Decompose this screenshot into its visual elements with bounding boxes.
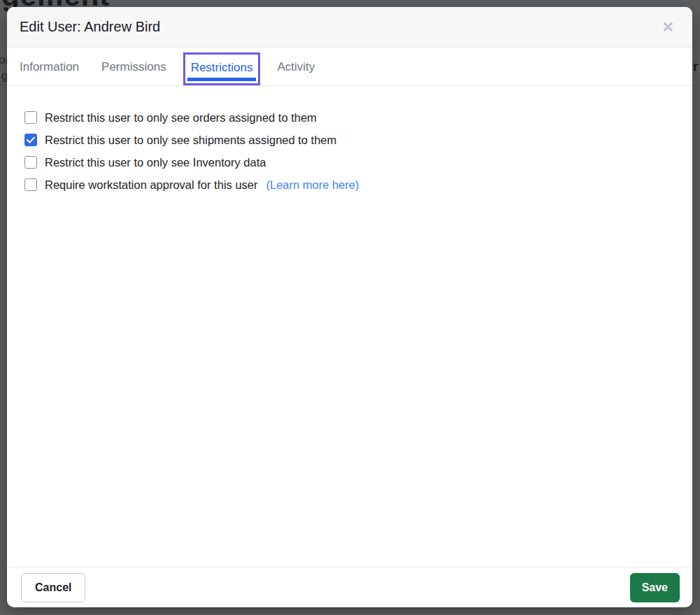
tab-restrictions[interactable]: Restrictions (183, 52, 261, 85)
close-icon[interactable]: ✕ (660, 18, 676, 36)
modal-header: Edit User: Andrew Bird ✕ (7, 7, 692, 48)
background-text-fragment: r (693, 59, 698, 74)
tab-bar: Information Permissions Restrictions Act… (7, 48, 692, 86)
restriction-label: Require workstation approval for this us… (45, 178, 257, 192)
tab-activity[interactable]: Activity (277, 57, 315, 77)
cancel-button[interactable]: Cancel (21, 573, 85, 602)
inventory-restriction-checkbox[interactable] (24, 156, 37, 169)
restrictions-panel: Restrict this user to only see orders as… (7, 86, 692, 567)
restriction-row[interactable]: Require workstation approval for this us… (24, 174, 692, 196)
tab-permissions[interactable]: Permissions (101, 57, 166, 77)
shipments-restriction-checkbox[interactable] (24, 134, 37, 146)
checkmark-icon (27, 136, 35, 143)
orders-restriction-checkbox[interactable] (24, 111, 37, 124)
restriction-row[interactable]: Restrict this user to only see shipments… (24, 129, 692, 151)
tab-information[interactable]: Information (20, 57, 79, 77)
restriction-label: Restrict this user to only see Inventory… (45, 156, 266, 169)
modal-title: Edit User: Andrew Bird (20, 19, 160, 35)
restriction-row[interactable]: Restrict this user to only see Inventory… (24, 151, 692, 174)
edit-user-modal: Edit User: Andrew Bird ✕ Information Per… (7, 7, 692, 607)
modal-footer: Cancel Save (7, 567, 692, 607)
restriction-label: Restrict this user to only see shipments… (45, 134, 336, 147)
restriction-row[interactable]: Restrict this user to only see orders as… (24, 106, 692, 129)
save-button[interactable]: Save (630, 573, 680, 602)
workstation-approval-checkbox[interactable] (24, 178, 37, 191)
learn-more-link[interactable]: (Learn more here) (266, 178, 359, 192)
restriction-label: Restrict this user to only see orders as… (45, 111, 317, 125)
